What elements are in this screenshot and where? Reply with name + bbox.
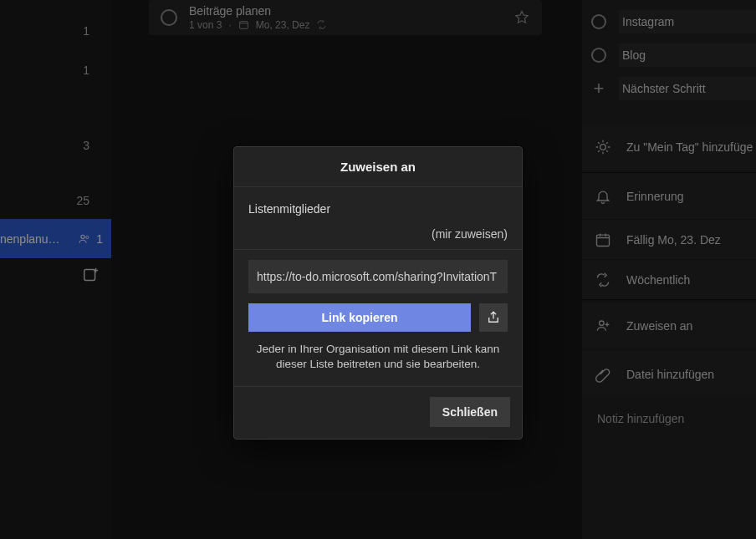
- assign-dialog: Zuweisen an Listenmitglieder (mir zuweis…: [233, 146, 523, 440]
- dialog-title: Zuweisen an: [234, 147, 522, 187]
- self-assign-link[interactable]: (mir zuweisen): [248, 227, 508, 241]
- share-icon: [486, 310, 501, 325]
- share-button[interactable]: [479, 303, 508, 332]
- members-label: Listenmitglieder: [248, 202, 508, 216]
- copy-link-button[interactable]: Link kopieren: [248, 303, 471, 332]
- share-disclaimer: Jeder in Ihrer Organisation mit diesem L…: [248, 342, 508, 372]
- share-url-input[interactable]: [248, 260, 508, 293]
- close-button[interactable]: Schließen: [430, 397, 510, 427]
